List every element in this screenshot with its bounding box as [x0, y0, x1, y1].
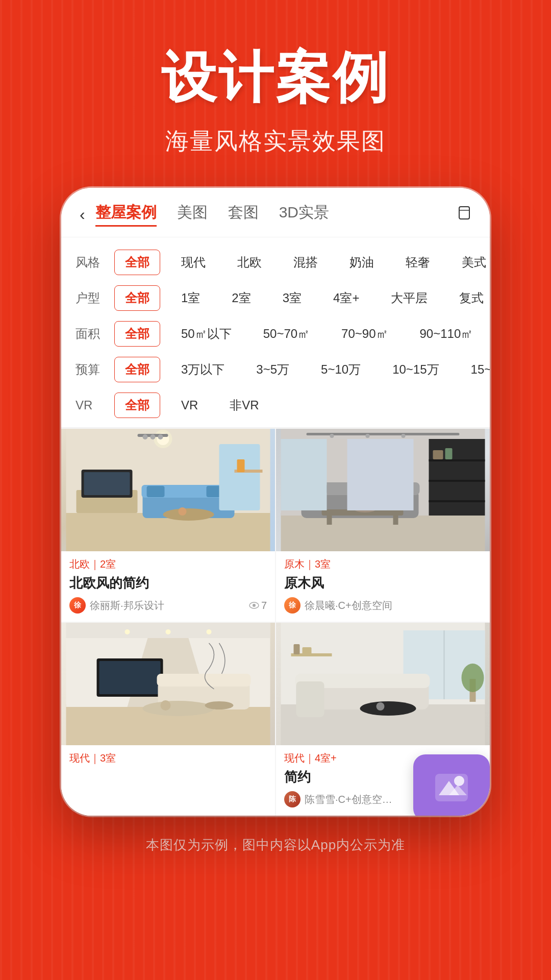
card-1-view-count: 7 — [261, 600, 267, 611]
card-modern-3room[interactable]: 现代｜3室 — [61, 623, 275, 816]
filter-chip-area-90-110[interactable]: 90~110㎡ — [409, 321, 484, 347]
card-1-author-row: 徐 徐丽斯·邦乐设计 7 — [69, 597, 267, 614]
back-button[interactable]: ‹ — [80, 205, 85, 224]
svg-rect-37 — [327, 514, 332, 525]
svg-point-11 — [163, 508, 214, 521]
svg-rect-73 — [303, 647, 312, 654]
card-2-author: 徐 徐晨曦·C+创意空间 — [284, 597, 482, 614]
card-2-info: 原木｜3室 原木风 徐 徐晨曦·C+创意空间 — [276, 551, 490, 622]
svg-point-18 — [151, 434, 156, 439]
purple-card — [413, 754, 490, 816]
filter-row-style: 风格 全部 现代 北欧 混搭 奶油 轻奢 美式 — [61, 244, 490, 280]
svg-point-56 — [205, 701, 234, 709]
svg-rect-0 — [459, 207, 469, 219]
filter-chip-area-all[interactable]: 全部 — [114, 321, 160, 347]
filter-chip-budget-3below[interactable]: 3万以下 — [170, 357, 235, 382]
svg-point-68 — [377, 702, 385, 710]
filter-chip-area-50-70[interactable]: 50~70㎡ — [253, 321, 320, 347]
svg-point-58 — [166, 629, 171, 634]
filter-chip-1room[interactable]: 1室 — [170, 285, 211, 311]
tab-whole-house[interactable]: 整屋案例 — [95, 202, 157, 227]
filter-chip-budget-3-5[interactable]: 3~5万 — [245, 357, 300, 382]
svg-rect-31 — [445, 448, 453, 459]
filter-label-type: 户型 — [76, 290, 104, 306]
svg-point-43 — [330, 434, 334, 438]
bookmark-icon[interactable] — [457, 206, 471, 224]
card-2-author-name: 徐晨曦·C+创意空间 — [305, 599, 392, 612]
card-2-title: 原木风 — [284, 574, 482, 592]
svg-point-57 — [125, 629, 130, 634]
filter-chip-vr[interactable]: VR — [170, 394, 209, 417]
filter-chip-2room[interactable]: 2室 — [221, 285, 261, 311]
filter-row-area: 面积 全部 50㎡以下 50~70㎡ 70~90㎡ 90~110㎡ — [61, 316, 490, 352]
filter-chip-light-luxury[interactable]: 轻奢 — [395, 250, 441, 275]
svg-point-45 — [402, 434, 406, 438]
svg-rect-72 — [294, 644, 300, 654]
filter-chip-style-all[interactable]: 全部 — [114, 250, 160, 275]
filter-chip-4room[interactable]: 4室+ — [322, 285, 370, 311]
card-1-info: 北欧｜2室 北欧风的简约 徐 徐丽斯·邦乐设计 7 — [61, 551, 275, 622]
filter-section: 风格 全部 现代 北欧 混搭 奶油 轻奢 美式 户型 全部 1室 2室 3室 4… — [61, 237, 490, 427]
filter-chip-nordic[interactable]: 北欧 — [227, 250, 272, 275]
card-4-avatar: 陈 — [284, 791, 300, 807]
filter-chip-area-50below[interactable]: 50㎡以下 — [170, 321, 242, 347]
svg-point-67 — [360, 701, 416, 716]
content-grid: 北欧｜2室 北欧风的简约 徐 徐丽斯·邦乐设计 7 — [61, 428, 490, 816]
svg-point-44 — [366, 434, 370, 438]
card-nordic-simple[interactable]: 北欧｜2室 北欧风的简约 徐 徐丽斯·邦乐设计 7 — [61, 429, 275, 622]
filter-chip-type-all[interactable]: 全部 — [114, 285, 160, 311]
filter-chip-penthouse[interactable]: 大平层 — [380, 285, 438, 311]
svg-rect-27 — [429, 459, 485, 461]
filter-chip-mixed[interactable]: 混搭 — [283, 250, 329, 275]
svg-rect-9 — [147, 486, 165, 497]
tab-photos[interactable]: 美图 — [177, 202, 208, 227]
filter-chip-budget-10-15[interactable]: 10~15万 — [382, 357, 449, 382]
card-4-author-name: 陈雪雪·C+创意空… — [305, 793, 392, 806]
filter-row-budget: 预算 全部 3万以下 3~5万 5~10万 10~15万 15~2… — [61, 352, 490, 387]
card-3-truncated-info: 现代｜3室 — [61, 745, 275, 773]
filter-chip-duplex[interactable]: 复式 — [448, 285, 490, 311]
svg-rect-41 — [347, 439, 414, 510]
svg-rect-53 — [157, 674, 251, 687]
svg-rect-28 — [429, 480, 485, 482]
filter-chip-budget-5-10[interactable]: 5~10万 — [310, 357, 371, 382]
filter-chip-cream[interactable]: 奶油 — [339, 250, 385, 275]
svg-rect-21 — [237, 459, 245, 472]
card-1-image — [61, 429, 275, 551]
filter-label-budget: 预算 — [76, 361, 104, 378]
card-1-author-name: 徐丽斯·邦乐设计 — [90, 599, 164, 612]
svg-rect-29 — [429, 500, 485, 502]
card-1-avatar: 徐 — [69, 597, 86, 614]
filter-chip-american[interactable]: 美式 — [451, 250, 490, 275]
svg-point-55 — [161, 700, 171, 710]
image-app-icon — [413, 754, 490, 816]
filter-chip-3room[interactable]: 3室 — [272, 285, 312, 311]
filter-chip-modern[interactable]: 现代 — [170, 250, 216, 275]
filter-chip-budget-all[interactable]: 全部 — [114, 357, 160, 382]
filter-chip-no-vr[interactable]: 非VR — [219, 393, 269, 418]
svg-point-59 — [207, 629, 212, 634]
card-3-style: 现代｜3室 — [69, 751, 267, 765]
nav-bar: ‹ 整屋案例 美图 套图 3D实景 — [61, 188, 490, 237]
card-modern-4room[interactable]: 现代｜4室+ 简约 陈 陈雪雪·C+创意空… — [276, 623, 490, 816]
svg-rect-40 — [281, 439, 327, 510]
tab-sets[interactable]: 套图 — [228, 202, 259, 227]
filter-chip-vr-all[interactable]: 全部 — [114, 393, 160, 418]
card-3-image — [61, 623, 275, 745]
card-natural-wood[interactable]: 原木｜3室 原木风 徐 徐晨曦·C+创意空间 — [276, 429, 490, 622]
filter-chip-budget-15plus[interactable]: 15~2… — [460, 358, 490, 381]
disclaimer-text: 本图仅为示例，图中内容以App内公示为准 — [146, 816, 405, 885]
svg-rect-51 — [99, 661, 161, 694]
filter-label-style: 风格 — [76, 254, 104, 271]
svg-rect-30 — [433, 450, 443, 459]
svg-point-19 — [158, 434, 163, 439]
filter-chip-area-70-90[interactable]: 70~90㎡ — [331, 321, 398, 347]
filter-label-vr: VR — [76, 398, 104, 412]
card-1-title: 北欧风的简约 — [69, 574, 267, 592]
nav-tabs: 整屋案例 美图 套图 3D实景 — [95, 202, 457, 227]
phone-mockup: ‹ 整屋案例 美图 套图 3D实景 风格 全部 现代 北欧 — [61, 188, 490, 816]
card-2-image — [276, 429, 490, 551]
card-1-author: 徐 徐丽斯·邦乐设计 — [69, 597, 164, 614]
card-2-avatar: 徐 — [284, 597, 300, 614]
tab-3d[interactable]: 3D实景 — [279, 202, 329, 227]
